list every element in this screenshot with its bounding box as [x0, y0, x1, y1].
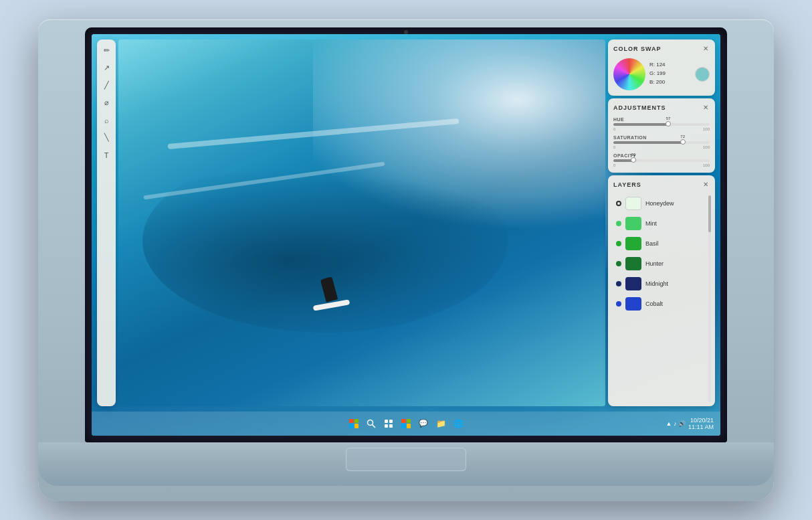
- r-value: R: 124: [649, 61, 691, 70]
- windows-logo: [349, 419, 359, 428]
- b-value: B: 200: [649, 78, 691, 87]
- layer-item-honeydew[interactable]: Honeydew: [613, 194, 710, 213]
- layer-active-indicator-mint: [616, 221, 621, 226]
- tool-pencil[interactable]: ✏: [100, 45, 112, 57]
- hue-fill: [613, 123, 668, 126]
- hue-min: 0: [613, 127, 615, 131]
- layers-close[interactable]: ✕: [702, 181, 710, 189]
- tool-zoom[interactable]: ⌕: [100, 114, 112, 126]
- layer-name-honeydew: Honeydew: [645, 200, 674, 207]
- tool-slash[interactable]: ╲: [100, 132, 112, 144]
- saturation-track[interactable]: 72: [613, 141, 710, 144]
- saturation-label: SATURATION: [613, 135, 710, 140]
- layer-name-mint: Mint: [645, 220, 657, 227]
- saturation-fill: [613, 141, 683, 144]
- trackpad[interactable]: [346, 448, 466, 471]
- hue-track[interactable]: 57: [613, 123, 710, 126]
- tool-line[interactable]: ╱: [100, 80, 112, 92]
- saturation-min: 0: [613, 145, 615, 149]
- taskbar-search-button[interactable]: [365, 418, 377, 430]
- taskbar-task-view-button[interactable]: [383, 418, 395, 430]
- color-swap-title: COLOR SWAP: [613, 46, 662, 52]
- rgb-values: R: 124 G: 199 B: 200: [649, 61, 691, 86]
- svg-rect-4: [385, 424, 388, 428]
- taskbar-explorer-button[interactable]: 📁: [435, 418, 447, 430]
- layer-swatch-hunter: [625, 257, 641, 270]
- screen: ✏ ↗ ╱ ⌀ ⌕ ╲ T: [92, 34, 720, 436]
- saturation-range: 0 100: [613, 145, 710, 149]
- hue-thumb[interactable]: [666, 121, 671, 126]
- layers-list: Honeydew Mint: [613, 194, 710, 313]
- windows-start-button[interactable]: [348, 418, 360, 430]
- taskbar: 💬 📁 🌐 ▲ ♪ 🔊 10/20/21 11:11 AM: [92, 412, 720, 436]
- color-wheel[interactable]: [613, 58, 645, 90]
- screen-bezel: ✏ ↗ ╱ ⌀ ⌕ ╲ T: [85, 27, 727, 442]
- svg-line-1: [373, 424, 376, 428]
- tool-lasso[interactable]: ⌀: [100, 97, 112, 109]
- layer-swatch-basil: [625, 237, 641, 250]
- layer-active-indicator-midnight: [616, 281, 621, 286]
- opacity-min: 0: [613, 163, 615, 167]
- layer-name-hunter: Hunter: [645, 260, 664, 267]
- color-swap-close[interactable]: ✕: [702, 45, 710, 53]
- layer-active-indicator-basil: [616, 241, 621, 246]
- taskbar-right: ▲ ♪ 🔊 10/20/21 11:11 AM: [666, 417, 714, 430]
- tool-text[interactable]: T: [100, 149, 112, 161]
- taskbar-system-icons: ▲ ♪ 🔊: [666, 420, 686, 427]
- opacity-label: OPACITY: [613, 153, 710, 158]
- layer-name-cobalt: Cobalt: [645, 300, 663, 307]
- image-canvas: [118, 39, 605, 406]
- saturation-max: 100: [703, 145, 710, 149]
- taskbar-clock: 10/20/21 11:11 AM: [688, 417, 714, 430]
- taskbar-center: 💬 📁 🌐: [348, 418, 464, 430]
- opacity-max: 100: [703, 163, 710, 167]
- color-swap-content: R: 124 G: 199 B: 200: [613, 58, 710, 90]
- layer-active-indicator-honeydew: [616, 201, 621, 206]
- saturation-thumb[interactable]: [680, 139, 686, 145]
- layer-item-midnight[interactable]: Midnight: [613, 274, 710, 293]
- adjustments-panel: ADJUSTMENTS ✕ HUE 57: [608, 98, 715, 173]
- layer-item-mint[interactable]: Mint: [613, 214, 710, 233]
- taskbar-store-button[interactable]: [400, 418, 412, 430]
- taskbar-store-logo: [401, 419, 411, 428]
- taskbar-date: 10/20/21: [688, 417, 714, 424]
- hue-max: 100: [703, 127, 710, 131]
- opacity-range: 0 100: [613, 163, 710, 167]
- svg-point-0: [368, 420, 373, 425]
- layers-header: LAYERS ✕: [613, 181, 710, 189]
- taskbar-teams-button[interactable]: 💬: [417, 418, 429, 430]
- layer-item-hunter[interactable]: Hunter: [613, 254, 710, 273]
- color-preview-swatch[interactable]: [695, 67, 710, 82]
- hue-label: HUE: [613, 117, 710, 122]
- surfer-figure: [313, 261, 353, 315]
- opacity-value: 21: [631, 153, 636, 157]
- surfer-body: [320, 276, 338, 302]
- layer-item-basil[interactable]: Basil: [613, 234, 710, 253]
- layer-name-midnight: Midnight: [645, 280, 668, 287]
- saturation-value: 72: [680, 135, 685, 139]
- color-swap-panel: COLOR SWAP ✕ R: 124 G: 199 B: 200: [608, 39, 715, 96]
- app-area: ✏ ↗ ╱ ⌀ ⌕ ╲ T: [97, 39, 715, 406]
- layer-swatch-mint: [625, 217, 641, 230]
- layer-item-cobalt[interactable]: Cobalt: [613, 294, 710, 313]
- adjustments-close[interactable]: ✕: [702, 104, 710, 112]
- tool-panel: ✏ ↗ ╱ ⌀ ⌕ ╲ T: [97, 39, 116, 406]
- tool-arrow[interactable]: ↗: [100, 62, 112, 74]
- svg-rect-5: [389, 424, 393, 428]
- layers-panel: LAYERS ✕ Honeydew: [608, 175, 715, 406]
- layer-swatch-honeydew: [625, 197, 641, 210]
- opacity-slider-row: OPACITY 21 0 100: [613, 153, 710, 167]
- taskbar-time: 11:11 AM: [688, 424, 714, 430]
- g-value: G: 199: [649, 70, 691, 78]
- taskbar-edge-button[interactable]: 🌐: [452, 418, 464, 430]
- sliders-group: HUE 57 0 100: [613, 117, 710, 167]
- saturation-slider-row: SATURATION 72 0 100: [613, 135, 710, 149]
- layer-name-basil: Basil: [645, 240, 659, 247]
- layer-active-indicator-cobalt: [616, 301, 621, 307]
- opacity-track[interactable]: 21: [613, 159, 710, 162]
- laptop-base: [38, 442, 774, 486]
- adjustments-header: ADJUSTMENTS ✕: [613, 104, 710, 112]
- opacity-thumb[interactable]: [631, 157, 636, 163]
- layers-scrollbar-thumb[interactable]: [708, 195, 711, 232]
- layer-swatch-midnight: [625, 277, 641, 290]
